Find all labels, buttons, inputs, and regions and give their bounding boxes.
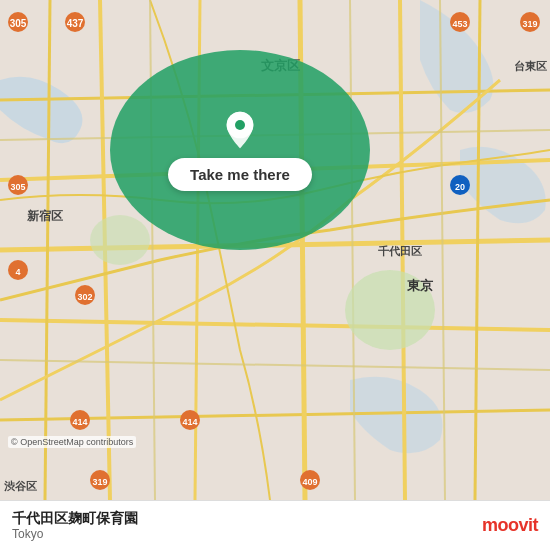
svg-text:319: 319 — [522, 19, 537, 29]
place-info: 千代田区麹町保育園 Tokyo — [12, 509, 138, 543]
svg-text:台東区: 台東区 — [514, 60, 547, 72]
svg-text:414: 414 — [182, 417, 197, 427]
svg-text:409: 409 — [302, 477, 317, 487]
svg-text:4: 4 — [15, 267, 20, 277]
svg-text:305: 305 — [10, 182, 25, 192]
svg-point-18 — [90, 215, 150, 265]
place-name: 千代田区麹町保育園 — [12, 509, 138, 527]
svg-text:渋谷区: 渋谷区 — [4, 480, 37, 492]
svg-text:437: 437 — [67, 18, 84, 29]
take-me-there-button[interactable]: Take me there — [168, 158, 312, 191]
bottom-bar: 千代田区麹町保育園 Tokyo moovit — [0, 500, 550, 550]
svg-text:新宿区: 新宿区 — [27, 209, 63, 223]
svg-text:千代田区: 千代田区 — [378, 245, 422, 257]
svg-text:302: 302 — [77, 292, 92, 302]
svg-text:319: 319 — [92, 477, 107, 487]
moovit-logo-text: moovit — [482, 515, 538, 536]
moovit-logo: moovit — [482, 515, 538, 536]
svg-text:453: 453 — [452, 19, 467, 29]
svg-point-50 — [235, 120, 245, 130]
osm-credit: © OpenStreetMap contributors — [8, 436, 136, 448]
svg-text:20: 20 — [455, 182, 465, 192]
map-container: 305 437 4 305 302 414 414 319 409 453 31… — [0, 0, 550, 500]
place-city: Tokyo — [12, 527, 138, 543]
svg-text:東京: 東京 — [407, 278, 434, 293]
location-pin-icon — [220, 110, 260, 150]
destination-overlay[interactable]: Take me there — [110, 50, 370, 250]
svg-text:305: 305 — [10, 18, 27, 29]
svg-text:414: 414 — [72, 417, 87, 427]
